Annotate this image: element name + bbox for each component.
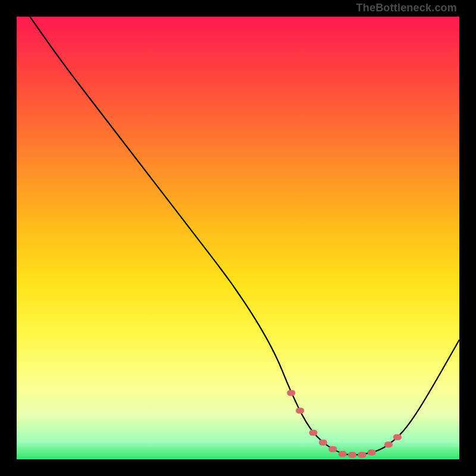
optimal-marker [339, 451, 347, 457]
plot-area [17, 17, 459, 459]
optimal-marker [296, 408, 304, 414]
optimal-marker [384, 441, 393, 447]
optimal-marker [368, 449, 376, 455]
optimal-marker [393, 434, 402, 440]
optimal-marker [287, 390, 295, 396]
optimal-marker [328, 446, 337, 452]
optimal-marker [358, 452, 366, 458]
chart-frame: TheBottleneck.com [0, 0, 476, 476]
optimal-marker [319, 440, 327, 446]
attribution-text: TheBottleneck.com [356, 2, 457, 13]
optimal-marker [309, 430, 317, 436]
curve-line [30, 17, 459, 455]
optimal-marker [348, 452, 356, 458]
bottleneck-curve [17, 17, 459, 459]
